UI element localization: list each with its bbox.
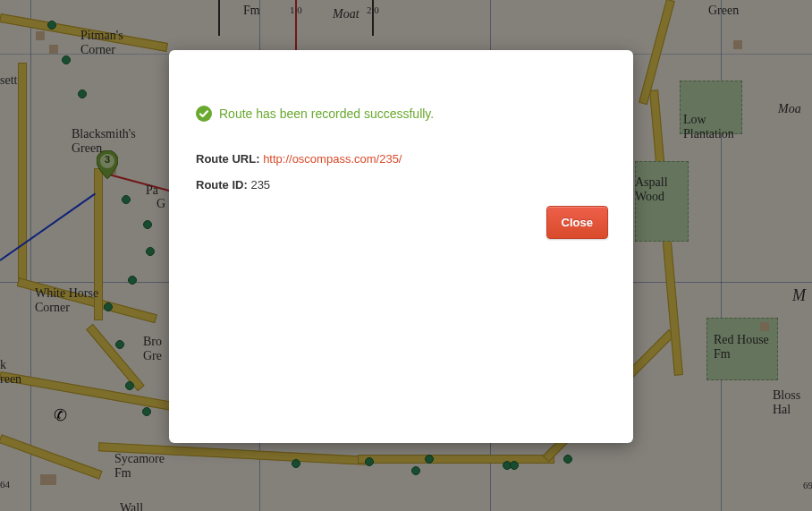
close-button[interactable]: Close [546,206,608,239]
route-id-row: Route ID: 235 [196,178,606,192]
route-id-label: Route ID: [196,178,248,192]
route-url-link[interactable]: http://oscompass.com/235/ [263,152,402,166]
route-saved-dialog: Route has been recorded successfully. Ro… [169,50,633,443]
success-message-row: Route has been recorded successfully. [196,106,606,122]
route-url-label: Route URL: [196,152,260,166]
success-message-text: Route has been recorded successfully. [219,106,434,121]
route-url-row: Route URL: http://oscompass.com/235/ [196,152,606,166]
route-id-value: 235 [250,178,270,192]
check-circle-icon [196,106,212,122]
